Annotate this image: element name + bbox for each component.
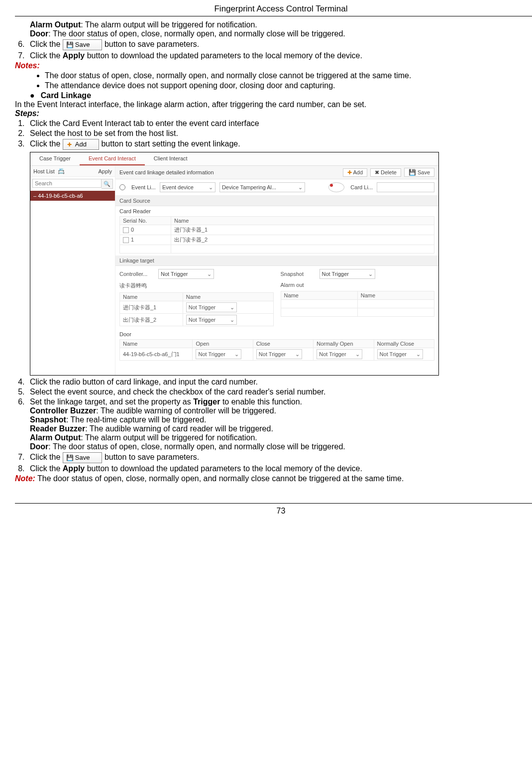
door-col-close: Close (253, 340, 313, 348)
page-header: Fingerprint Access Control Terminal (15, 0, 532, 16)
add-button[interactable]: Add (343, 168, 367, 177)
tab-client-interact[interactable]: Client Interact (145, 152, 197, 165)
reader-buzzer-label: 读卡器蜂鸣 (119, 282, 154, 289)
step7-text-b: button to download the updated parameter… (85, 51, 362, 60)
search-icon[interactable]: 🔍 (102, 179, 113, 189)
prop-reader-buzzer-text: : The audible warning of card reader wil… (85, 424, 273, 433)
checkbox-reader-0[interactable] (123, 227, 129, 233)
prop-door-text: : The door status of open, close, normal… (48, 442, 345, 451)
note-text-2: The door status of open, close, normally… (35, 474, 404, 483)
checkbox-reader-1[interactable] (123, 237, 129, 243)
note-heading-2: Note: (15, 474, 35, 483)
steps-heading: Steps: (15, 109, 532, 118)
ao-col-name2: Name (357, 291, 434, 300)
screenshot-event-card-interact: Case Trigger Event Card Interact Client … (30, 152, 439, 376)
card-step3-a: Click the (30, 139, 63, 148)
door-col-nopen: Normally Open (314, 340, 374, 348)
col-name: Name (171, 217, 434, 225)
detail-title: Event card linkage detailed information (119, 169, 340, 175)
note-1: The door status of open, close, normally… (45, 71, 532, 80)
card-step-1: Click the Card Event Interact tab to ent… (27, 119, 532, 128)
door-label: Door (119, 331, 434, 337)
host-icon[interactable]: 📇 (58, 168, 65, 174)
tab-case-trigger[interactable]: Case Trigger (30, 152, 80, 165)
controller-select[interactable]: Not Trigger (158, 269, 214, 279)
snapshot-label: Snapshot (281, 271, 316, 277)
prop-snapshot-label: Snapshot (30, 415, 66, 424)
door-close-select[interactable]: Not Trigger (256, 349, 302, 359)
door-open-select[interactable]: Not Trigger (196, 349, 241, 359)
prop-alarm-output-text: : The alarm output will be triggered for… (81, 433, 257, 442)
card-li-label: Card Li... (350, 184, 373, 190)
step-6: Click the Save button to save parameters… (27, 39, 532, 50)
bullet-icon (30, 91, 41, 100)
delete-button[interactable]: ✖ Delete (370, 168, 401, 177)
linkage-target-section: Linkage target (115, 256, 438, 266)
card-number-input[interactable] (377, 182, 434, 192)
card-reader-label: Card Reader (119, 208, 434, 214)
card-step6-b: to enable this function. (220, 397, 302, 406)
save-button[interactable]: Save (404, 168, 434, 177)
alarm-out-table: NameName (281, 291, 435, 317)
reader-1-name: 出门读卡器_2 (171, 235, 434, 245)
rb-row2-name: 出门读卡器_2 (120, 314, 183, 326)
card-step7-a: Click the (30, 453, 63, 461)
event-device-select[interactable]: Event device (160, 182, 215, 192)
controller-label: Controller... (119, 271, 154, 277)
save-button-label-2: Save (75, 454, 90, 461)
step7-text-a: Click the (30, 51, 63, 60)
door-row-name: 44-19-b6-c5-cb-a6_门1 (120, 348, 193, 361)
reader-0-name: 进门读卡器_1 (171, 225, 434, 235)
prop-reader-buzzer-label: Reader Buzzer (30, 424, 85, 433)
alarm-out-label: Alarm out (281, 282, 316, 288)
radio-card-linkage[interactable] (328, 182, 344, 192)
add-button-label: Add (75, 140, 87, 148)
prop-snapshot-text: : The real-time capture will be triggere… (66, 415, 207, 424)
save-icon (66, 40, 73, 49)
host-item[interactable]: 44-19-b6-c5-cb-a6 (30, 191, 115, 201)
door-nclose-select[interactable]: Not Trigger (377, 349, 423, 359)
save-icon-small (409, 169, 416, 175)
door-table: Name Open Close Normally Open Normally C… (119, 339, 434, 361)
reader-buzzer-table: NameName 进门读卡器_1Not Trigger 出门读卡器_2Not T… (119, 292, 274, 326)
event-type-select[interactable]: Device Tampering Al... (219, 182, 305, 192)
trigger-label: Trigger (193, 397, 220, 406)
col-serial: Serial No. (120, 217, 171, 225)
event-li-label: Event Li... (131, 184, 156, 190)
add-icon (66, 140, 73, 149)
note-2: The attendance device does not support o… (45, 81, 532, 90)
card-step-6: Set the linkage target, and set the prop… (27, 397, 532, 451)
card-linkage-intro: In the Event Interact interface, the lin… (15, 100, 532, 109)
card-step-4: Click the radio button of card linkage, … (27, 378, 532, 387)
card-step-2: Select the host to be set from the host … (27, 129, 532, 138)
card-step-7: Click the Save button to save parameters… (27, 452, 532, 463)
card-step8-b: button to download the updated parameter… (85, 464, 362, 473)
search-input[interactable] (32, 179, 102, 188)
notes-heading: Notes: (15, 61, 40, 70)
rb-row2-select[interactable]: Not Trigger (186, 315, 237, 325)
tab-event-card-interact[interactable]: Event Card Interact (80, 152, 145, 165)
host-list-label: Host List (33, 168, 55, 174)
card-step-3: Click the Add button to start setting th… (27, 139, 532, 150)
card-step8-a: Click the (30, 464, 63, 473)
door-col-name: Name (120, 340, 193, 348)
apply-button[interactable]: Apply (98, 168, 112, 174)
card-step-5: Select the event source, and check the c… (27, 388, 532, 396)
save-icon-2 (66, 453, 73, 462)
apply-label: Apply (63, 51, 85, 60)
door-nopen-select[interactable]: Not Trigger (317, 349, 362, 359)
card-linkage-heading: Card Linkage (41, 91, 91, 100)
card-reader-table: Serial No.Name 0进门读卡器_1 1出门读卡器_2 (119, 216, 434, 254)
alarm-output-label: Alarm Output (30, 20, 81, 29)
card-step-8: Click the Apply button to download the u… (27, 464, 532, 473)
prop-controller-buzzer-label: Controller Buzzer (30, 406, 96, 415)
add-button-image: Add (63, 139, 99, 150)
snapshot-select[interactable]: Not Trigger (319, 269, 375, 279)
prop-door-label: Door (30, 442, 48, 451)
rb-col-name2: Name (183, 293, 273, 301)
rb-row1-select[interactable]: Not Trigger (186, 302, 237, 312)
prop-controller-buzzer-text: : The audible warning of controller will… (96, 406, 276, 415)
ao-col-name: Name (281, 291, 357, 300)
radio-event-linkage[interactable] (119, 184, 125, 190)
page-number: 73 (15, 503, 532, 516)
